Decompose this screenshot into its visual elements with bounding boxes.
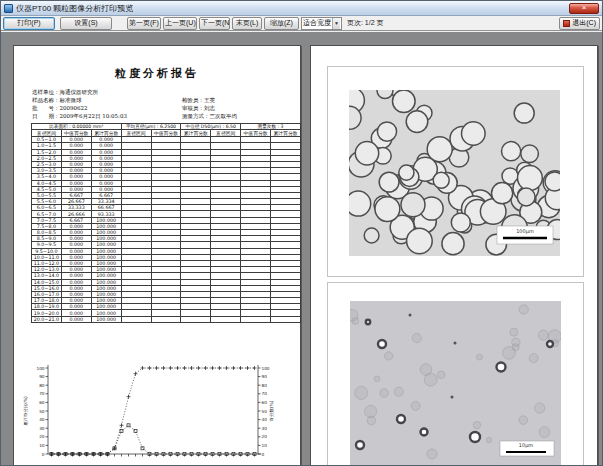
svg-text:0: 0 — [42, 452, 45, 457]
svg-text:100μm: 100μm — [516, 228, 534, 235]
zoom-select-value: 适合宽度 — [303, 18, 331, 28]
micro-image-1: 100μm — [349, 90, 560, 256]
toolbar-button-first-page[interactable]: 第一页(F) — [127, 17, 161, 30]
svg-text:80: 80 — [262, 383, 268, 388]
svg-text:30: 30 — [262, 426, 268, 431]
table-summary-row: 比表面积：0.00000 mm²平均直径(μm)：6.2500中位径 D50(μ… — [32, 124, 301, 130]
toolbar-button-setup[interactable]: 设置(S) — [60, 17, 112, 30]
svg-text:0: 0 — [262, 452, 265, 457]
svg-text:70: 70 — [39, 391, 45, 396]
svg-text:50: 50 — [262, 409, 268, 414]
toolbar-button-zoom[interactable]: 缩放(Z) — [264, 17, 299, 30]
distribution-chart: 0010102020303040405050606070708080909010… — [22, 362, 278, 465]
svg-text:40: 40 — [262, 417, 268, 422]
svg-text:90: 90 — [262, 374, 268, 379]
report-info-block: 送样单位：海通仪器研究所样品名称：标准微球检验员：王英批 号：20090622审… — [32, 88, 290, 120]
micro-image-2: 10μm — [350, 301, 561, 465]
toolbar-button-print[interactable]: 打印(P) — [3, 17, 55, 30]
report-table: 比表面积：0.00000 mm²平均直径(μm)：6.2500中位径 D50(μ… — [31, 123, 301, 323]
report-title: 粒度分析报告 — [14, 66, 300, 81]
window-title: 仪器PT00 颗粒图像分析打印预览 — [16, 3, 133, 14]
report-page: 粒度分析报告 送样单位：海通仪器研究所样品名称：标准微球检验员：王英批 号：20… — [13, 45, 301, 465]
svg-text:百分数(%): 百分数(%) — [269, 400, 274, 422]
report-table-wrap: 比表面积：0.00000 mm²平均直径(μm)：6.2500中位径 D50(μ… — [31, 123, 301, 323]
report-info-line: 批 号：20090622审核员：刘志 — [32, 104, 290, 112]
exit-icon — [563, 20, 570, 27]
report-info-line: 样品名称：标准微球检验员：王英 — [32, 96, 290, 104]
svg-text:100: 100 — [262, 366, 270, 371]
svg-text:100: 100 — [37, 366, 45, 371]
print-preview-toolbar: 打印(P)设置(S)第一页(F)上一页(U)下一页(N)末页(L)缩放(Z) 适… — [1, 16, 602, 31]
images-page: 100μm 10μm — [310, 45, 598, 465]
svg-text:30: 30 — [39, 426, 45, 431]
svg-text:20: 20 — [39, 434, 45, 439]
svg-text:90: 90 — [39, 374, 45, 379]
toolbar-button-next-page[interactable]: 下一页(N) — [199, 17, 230, 30]
chevron-down-icon: ▼ — [332, 18, 340, 29]
micro-image-frame-1: 100μm — [327, 66, 584, 277]
distribution-chart-wrap: 0010102020303040405050606070708080909010… — [22, 362, 278, 465]
svg-text:40: 40 — [39, 417, 45, 422]
app-icon — [4, 4, 13, 13]
report-info-line: 日 期：2009年6月22日 10:05:03测量方式：三次取平均 — [32, 112, 290, 120]
app-window: 仪器PT00 颗粒图像分析打印预览 × 打印(P)设置(S)第一页(F)上一页(… — [0, 0, 603, 466]
report-info-line: 送样单位：海通仪器研究所 — [32, 88, 290, 96]
svg-text:10μm: 10μm — [519, 442, 534, 449]
preview-area[interactable]: 粒度分析报告 送样单位：海通仪器研究所样品名称：标准微球检验员：王英批 号：20… — [1, 32, 602, 465]
table-header-row: 直径区间中值百分数累计百分数直径区间中值百分数累计百分数直径区间中值百分数累计百… — [32, 130, 301, 137]
page-indicator: 页次: 1/2 页 — [347, 18, 384, 28]
svg-text:60: 60 — [262, 400, 268, 405]
svg-text:50: 50 — [39, 409, 45, 414]
micro-image-frame-2: 10μm — [327, 282, 584, 465]
svg-text:60: 60 — [39, 400, 45, 405]
svg-text:20: 20 — [262, 434, 268, 439]
table-row: 20.0~21.00.000100.000 — [32, 316, 301, 322]
svg-text:80: 80 — [39, 383, 45, 388]
svg-text:累计百分比(%): 累计百分比(%) — [23, 396, 28, 426]
toolbar-button-prev-page[interactable]: 上一页(U) — [163, 17, 197, 30]
titlebar: 仪器PT00 颗粒图像分析打印预览 × — [1, 1, 602, 16]
zoom-select[interactable]: 适合宽度 ▼ — [301, 17, 342, 30]
svg-text:70: 70 — [262, 391, 268, 396]
toolbar-buttons: 打印(P)设置(S)第一页(F)上一页(U)下一页(N)末页(L)缩放(Z) — [3, 17, 299, 30]
toolbar-button-last-page[interactable]: 末页(L) — [232, 17, 262, 30]
exit-button-label: 退出(C) — [572, 18, 596, 28]
svg-text:10: 10 — [262, 443, 268, 448]
exit-button[interactable]: 退出(C) — [559, 17, 600, 30]
svg-text:10: 10 — [39, 443, 45, 448]
window-close-button[interactable]: × — [569, 3, 599, 14]
